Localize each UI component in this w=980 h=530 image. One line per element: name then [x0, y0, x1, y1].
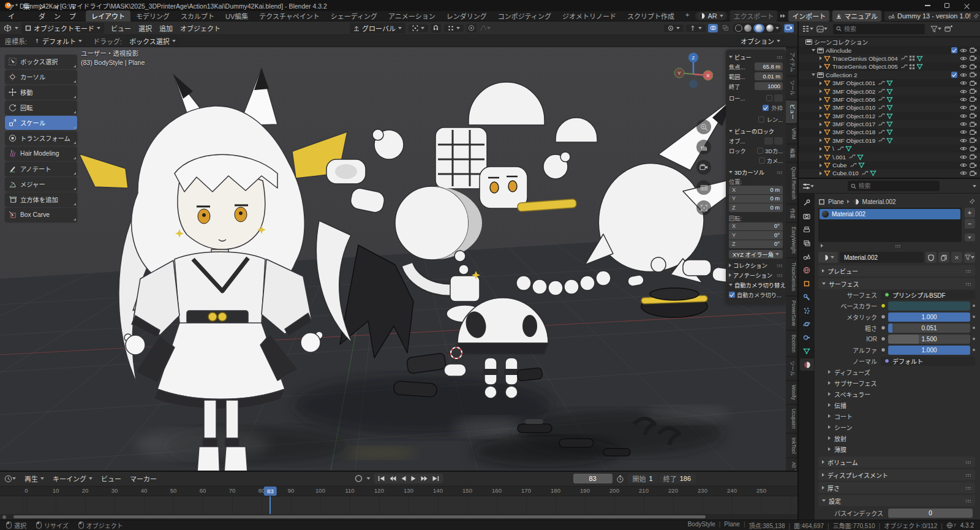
- disable-render-icon[interactable]: [970, 137, 977, 143]
- disable-render-icon[interactable]: [970, 105, 977, 111]
- tool-button[interactable]: トランスフォーム: [5, 131, 77, 145]
- sidebar-tab[interactable]: PowerSave: [786, 297, 797, 330]
- annotations-panel-header[interactable]: アノテーション: [729, 270, 783, 280]
- tab-object-data-icon[interactable]: [800, 345, 814, 357]
- hide-eye-icon[interactable]: [960, 137, 967, 144]
- tool-button[interactable]: ボックス選択: [5, 55, 77, 69]
- focal-field[interactable]: 65.8 m: [755, 62, 783, 70]
- disable-render-icon[interactable]: [970, 129, 977, 135]
- sidebar-tab[interactable]: Woolly: [786, 381, 797, 404]
- zoom-button[interactable]: [696, 119, 711, 134]
- timeline-scrollbar[interactable]: [0, 514, 797, 520]
- hide-eye-icon[interactable]: [960, 162, 967, 168]
- outliner-item-label[interactable]: 3MF Object.012: [832, 113, 875, 119]
- next-keyframe-icon[interactable]: [421, 475, 428, 482]
- outliner-row[interactable]: \.001: [799, 153, 980, 161]
- workspace-tab[interactable]: アニメーション: [383, 10, 441, 22]
- hide-eye-icon[interactable]: [960, 47, 967, 54]
- disable-render-icon[interactable]: [970, 170, 977, 176]
- pivot-selector[interactable]: [409, 25, 428, 32]
- cursor-panel-header[interactable]: 3Dカーソル: [729, 167, 783, 177]
- tab-render-icon[interactable]: [800, 210, 814, 222]
- sidebar-tab[interactable]: 編集: [786, 145, 797, 162]
- hide-eye-icon[interactable]: [960, 129, 967, 135]
- prev-keyframe-icon[interactable]: [390, 475, 397, 482]
- pan-button[interactable]: [696, 140, 711, 154]
- cursor-y-field[interactable]: Y0 m: [729, 195, 783, 203]
- outliner-row[interactable]: 3MF Object.002: [799, 87, 980, 95]
- coord-select[interactable]: デフォルト: [31, 36, 86, 47]
- breadcrumb-material[interactable]: Material.002: [862, 199, 896, 205]
- outliner-row[interactable]: シーンコレクション: [799, 38, 980, 46]
- viewport-menu-item[interactable]: オブジェクト: [176, 23, 224, 34]
- outliner-editor-icon[interactable]: [802, 25, 813, 32]
- jump-to-end-icon[interactable]: [432, 475, 439, 482]
- outliner-item-label[interactable]: 3MF Object.001: [832, 80, 875, 86]
- tool-button[interactable]: Box Carve: [5, 208, 77, 222]
- timeline-ruler[interactable]: 83 0102030405060708090100110120130140150…: [0, 486, 797, 496]
- gizmos-dropdown[interactable]: [686, 25, 706, 32]
- remove-slot-button[interactable]: −: [965, 219, 975, 229]
- tab-tool-icon[interactable]: [800, 197, 814, 209]
- playhead-line[interactable]: [270, 496, 271, 515]
- outliner-row[interactable]: 3MF Object.018: [799, 128, 980, 136]
- disable-render-icon[interactable]: [970, 162, 977, 168]
- overlays-toggle-icon[interactable]: [708, 24, 718, 32]
- workspace-tab[interactable]: スクリプト作成: [622, 10, 680, 22]
- jump-to-start-icon[interactable]: [379, 475, 385, 482]
- xray-toggle-icon[interactable]: [720, 24, 730, 32]
- disable-render-icon[interactable]: [970, 72, 977, 78]
- exclude-checkbox[interactable]: [951, 72, 957, 78]
- timeline-menu-item[interactable]: マーカー: [126, 473, 160, 484]
- disclosure-closed-icon[interactable]: [820, 65, 822, 69]
- sidebar-tab[interactable]: EasyWeight: [786, 223, 797, 257]
- outliner-search[interactable]: [833, 24, 925, 34]
- timeline-menu-item[interactable]: キーイング: [49, 473, 96, 484]
- autokey-record-icon[interactable]: [355, 474, 363, 483]
- disable-render-icon[interactable]: [970, 80, 977, 86]
- timeline-editor-icon[interactable]: [4, 475, 16, 483]
- outliner-item-label[interactable]: Cube: [832, 162, 847, 168]
- filter-icon[interactable]: [930, 26, 941, 32]
- surface-panel-header[interactable]: サーフェス: [818, 278, 975, 289]
- disclosure-open-icon[interactable]: [812, 74, 815, 76]
- falloff-curve-icon[interactable]: [480, 25, 491, 31]
- base-color-swatch[interactable]: [888, 301, 970, 311]
- view-lock-header[interactable]: ビューのロック: [729, 126, 783, 136]
- slot-specials-button[interactable]: [965, 233, 975, 241]
- play-icon[interactable]: [411, 475, 417, 482]
- render-preview-icon[interactable]: [784, 24, 794, 32]
- mode-selector[interactable]: オブジェクトモード: [21, 23, 104, 34]
- snap-magnet-icon[interactable]: [431, 24, 441, 32]
- disclosure-closed-icon[interactable]: [820, 138, 822, 142]
- disclosure-closed-icon[interactable]: [820, 164, 822, 167]
- outliner-item-label[interactable]: TraceGenius Object.004: [832, 55, 898, 62]
- playhead-badge[interactable]: 83: [264, 486, 277, 496]
- cursor-ry-field[interactable]: Y0°: [729, 231, 783, 240]
- properties-search-input[interactable]: [859, 183, 937, 189]
- hide-eye-icon[interactable]: [960, 113, 967, 119]
- outliner-item-label[interactable]: Collection 2: [826, 72, 858, 78]
- disable-render-icon[interactable]: [970, 154, 977, 160]
- outliner-item-label[interactable]: \: [832, 145, 834, 152]
- outliner-item-label[interactable]: Cube.010: [832, 170, 859, 176]
- surface-shader-field[interactable]: プリンシプルBSDF: [881, 290, 975, 300]
- network-globe-icon[interactable]: [946, 522, 953, 529]
- outliner-item-label[interactable]: 3MF Object.002: [832, 88, 875, 95]
- tool-button[interactable]: 回転: [5, 100, 77, 115]
- disclosure-closed-icon[interactable]: [820, 123, 822, 126]
- disable-render-icon[interactable]: [970, 96, 977, 102]
- disable-render-icon[interactable]: [970, 47, 977, 53]
- timeline-tracks[interactable]: [0, 496, 797, 515]
- cursor-z-field[interactable]: Z0 m: [729, 203, 783, 212]
- workspace-tab[interactable]: +: [680, 10, 695, 22]
- options-dropdown[interactable]: オプション: [737, 36, 784, 47]
- shading-rendered-icon[interactable]: [766, 25, 774, 32]
- outliner-item-label[interactable]: 3MF Object.006: [832, 96, 875, 103]
- disclosure-closed-icon[interactable]: [820, 56, 822, 60]
- disable-render-icon[interactable]: [970, 146, 977, 152]
- viewport-menu-item[interactable]: 追加: [156, 23, 176, 34]
- outliner-row[interactable]: Collection 2: [799, 71, 980, 79]
- material-filter-icon[interactable]: [964, 252, 975, 263]
- pin-icon[interactable]: [973, 13, 979, 19]
